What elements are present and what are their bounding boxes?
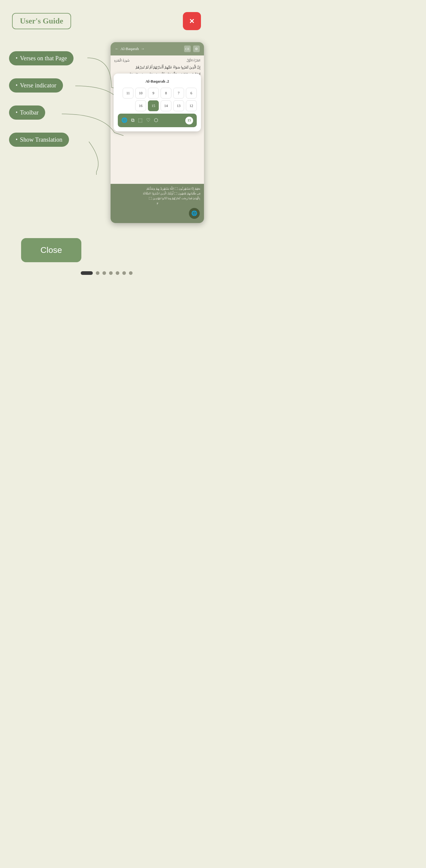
verse-btn-13[interactable]: 13 (173, 100, 184, 111)
dot-4[interactable] (109, 271, 113, 275)
labels-wrapper: • Verses on that Page • Verse indicator … (9, 42, 204, 229)
label-toolbar-text: Toolbar (20, 109, 39, 116)
heart-icon[interactable]: ♡ (146, 116, 150, 125)
phone-mockup: ← Al-Baqarah → CE ⚙ (110, 42, 204, 223)
dot-6[interactable] (122, 271, 126, 275)
dot-3[interactable] (102, 271, 106, 275)
label-verse-indicator-text: Verse indicator (20, 82, 56, 89)
verse-btn-7[interactable]: 7 (173, 88, 184, 98)
verse-btn-6[interactable]: 6 (186, 88, 197, 98)
page-container: User's Guide × • Verses on (0, 0, 213, 275)
copy-icon[interactable]: ⧉ (131, 116, 134, 125)
back-arrow-icon: ← (115, 46, 119, 51)
close-x-button[interactable]: × (183, 12, 201, 30)
bottom-arabic-3: بِالْهُدَىٰ فَمَا رَبِحَت تِّجَارَتُهُمْ… (114, 196, 200, 201)
verse-selector-popup: 2. Al-Baqarah 6 7 8 9 10 11 12 13 14 (113, 73, 201, 131)
globe-toolbar-icon[interactable]: 🌐 (122, 116, 127, 125)
verse-toolbar: 15 ⬡ ♡ ⬚ ⧉ 🌐 (118, 114, 197, 127)
phone-screen: ← Al-Baqarah → CE ⚙ (110, 42, 204, 223)
arabic-text-line-1: إِنَّ الَّذِينَ كَفَرُوا سَوَاءٌ عَلَيْه… (114, 64, 200, 70)
verse-btn-12[interactable]: 12 (186, 100, 197, 111)
phone-header-icons: CE ⚙ (184, 45, 200, 52)
phone-bottom-area: مَعَهُمْ إِنَّا مُسْتَهْزِئُونَ ۝ اللَّه… (110, 184, 204, 223)
title-badge: User's Guide (12, 13, 71, 29)
verse-btn-14[interactable]: 14 (161, 100, 171, 111)
dot-5[interactable] (116, 271, 119, 275)
arabic-content-area: الجُزْءُ الأَوَّلُ سُورَةُ الْبَقَرَةِ إ… (110, 56, 204, 184)
dot-2[interactable] (96, 271, 99, 275)
page-title: User's Guide (20, 17, 63, 25)
label-verses-on-page: • Verses on that Page (9, 51, 73, 65)
toolbar-verse-number: 15 (185, 117, 193, 124)
pagination-dots (9, 271, 204, 275)
dot-7[interactable] (129, 271, 133, 275)
share-icon[interactable]: ⬚ (138, 116, 142, 125)
close-button[interactable]: Close (21, 238, 81, 262)
dot-1[interactable] (81, 271, 93, 275)
verse-numbers-grid: 6 7 8 9 10 11 12 13 14 15 16 (118, 88, 197, 111)
main-section: • Verses on that Page • Verse indicator … (0, 42, 213, 275)
verse-btn-15[interactable]: 15 (148, 100, 159, 111)
label-verse-indicator: • Verse indicator (9, 79, 63, 93)
fab-button[interactable]: 🌐 (189, 208, 200, 219)
toolbar-action-icons: ⬡ ♡ ⬚ ⧉ 🌐 (122, 116, 158, 125)
juz-label: الجُزْءُ الأَوَّلُ (187, 58, 201, 63)
surah-label: سُورَةُ الْبَقَرَةِ (114, 58, 130, 63)
label-show-translation-text: Show Translation (20, 136, 62, 143)
verse-btn-16[interactable]: 16 (135, 100, 146, 111)
verse-number-bottom: ٣ (114, 201, 200, 207)
close-button-label: Close (40, 245, 62, 255)
ce-icon[interactable]: CE (184, 45, 191, 52)
surah-header: الجُزْءُ الأَوَّلُ سُورَةُ الْبَقَرَةِ (114, 58, 200, 63)
bullet-1: • (16, 55, 18, 61)
verse-btn-11[interactable]: 11 (123, 88, 133, 98)
forward-arrow-icon: → (141, 46, 144, 51)
surah-name-header: Al-Baqarah (121, 46, 139, 51)
bottom-arabic-1: مَعَهُمْ إِنَّا مُسْتَهْزِئُونَ ۝ اللَّه… (114, 186, 200, 191)
verse-btn-9[interactable]: 9 (148, 88, 159, 98)
bookmark-icon[interactable]: ⬡ (154, 116, 158, 125)
bottom-arabic-2: فِي طُغْيَانِهِمْ يَعْمَهُونَ ۝ أُولَٰئِ… (114, 191, 200, 196)
close-x-icon: × (190, 16, 194, 26)
verse-btn-8[interactable]: 8 (161, 88, 171, 98)
bullet-2: • (16, 82, 18, 89)
fab-globe-icon: 🌐 (191, 209, 197, 218)
bullet-4: • (16, 136, 18, 143)
phone-header: ← Al-Baqarah → CE ⚙ (110, 42, 204, 56)
bullet-3: • (16, 110, 18, 116)
label-verses-text: Verses on that Page (20, 55, 67, 62)
label-toolbar: • Toolbar (9, 105, 45, 120)
popup-title: 2. Al-Baqarah (118, 78, 197, 85)
label-show-translation: • Show Translation (9, 133, 69, 147)
phone-nav: ← Al-Baqarah → (115, 46, 144, 51)
verse-btn-10[interactable]: 10 (135, 88, 146, 98)
header: User's Guide × (0, 0, 213, 36)
settings-icon[interactable]: ⚙ (193, 45, 200, 52)
